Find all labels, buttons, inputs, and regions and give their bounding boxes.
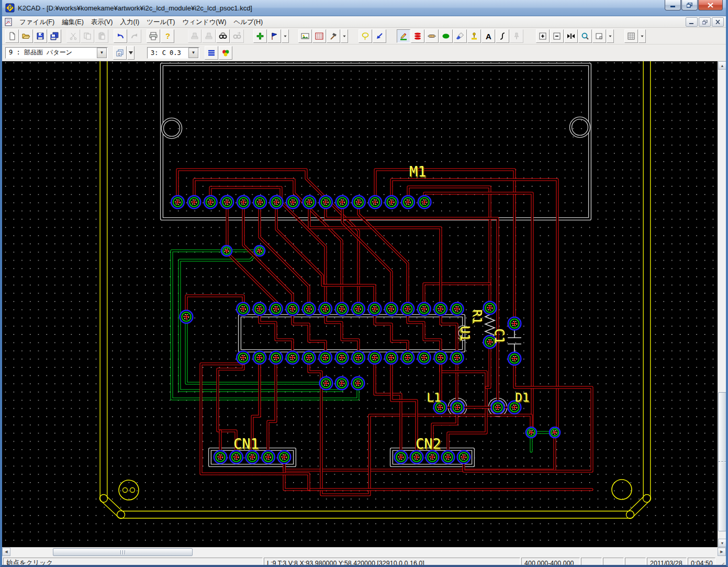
status-grid-range: 400.000-400.000 bbox=[521, 558, 580, 567]
hammer-icon bbox=[329, 32, 338, 40]
image-icon bbox=[301, 32, 309, 40]
pen-width-combobox-dropdown-icon[interactable]: ▼ bbox=[188, 48, 198, 58]
sheet-dropdown[interactable] bbox=[607, 29, 614, 43]
layer-combobox[interactable]: 9 : 部品面 パターン ▼ bbox=[5, 47, 108, 59]
arc-button[interactable] bbox=[496, 29, 509, 43]
save-icon bbox=[36, 32, 44, 40]
image-button[interactable] bbox=[298, 29, 312, 43]
menu-item-5[interactable]: ウィンドウ(W) bbox=[178, 17, 230, 27]
addpart-icon bbox=[256, 32, 264, 40]
paint-button[interactable] bbox=[453, 29, 467, 43]
vertical-scroll-thumb[interactable] bbox=[718, 392, 726, 531]
pen-width-combobox[interactable]: 3: C 0.3 ▼ bbox=[147, 47, 199, 59]
redo-button[interactable] bbox=[128, 29, 141, 43]
pin-button[interactable] bbox=[510, 29, 523, 43]
pads-icon bbox=[413, 32, 422, 40]
new-button[interactable] bbox=[5, 29, 19, 43]
findnext-icon bbox=[233, 32, 241, 40]
color-settings-button[interactable] bbox=[219, 46, 232, 60]
zoom-fit-button[interactable] bbox=[564, 29, 578, 43]
magnifier-icon bbox=[581, 32, 589, 40]
flag-icon bbox=[270, 32, 278, 40]
stamp-back-button[interactable] bbox=[202, 29, 216, 43]
scroll-down-button[interactable]: ▼ bbox=[718, 539, 726, 547]
help-button[interactable]: ? bbox=[161, 29, 174, 43]
find-next-button[interactable] bbox=[230, 29, 244, 43]
undo-button[interactable] bbox=[114, 29, 127, 43]
mdi-minimize-button[interactable] bbox=[686, 17, 698, 27]
scroll-up-button[interactable]: ▲ bbox=[718, 61, 726, 70]
copy-button[interactable] bbox=[81, 29, 94, 43]
vertical-scrollbar[interactable]: ▲ ▼ bbox=[718, 61, 726, 547]
pattern-draw-button[interactable] bbox=[397, 29, 410, 43]
save-all-button[interactable] bbox=[48, 29, 61, 43]
hammer-button[interactable] bbox=[327, 29, 340, 43]
line-style-button[interactable] bbox=[205, 46, 218, 60]
status-time: 0:04:50 bbox=[688, 558, 715, 567]
mdi-close-button[interactable] bbox=[712, 17, 724, 27]
menu-item-3[interactable]: 入力(I) bbox=[116, 17, 143, 27]
part-button[interactable] bbox=[425, 29, 439, 43]
menu-item-2[interactable]: 表示(V) bbox=[87, 17, 117, 27]
flag-dropdown[interactable] bbox=[282, 29, 289, 43]
zoom-out-button[interactable] bbox=[550, 29, 564, 43]
minimize-button[interactable] bbox=[665, 0, 681, 10]
close-button[interactable] bbox=[698, 0, 723, 10]
layer-combobox-dropdown-icon[interactable]: ▼ bbox=[97, 48, 107, 58]
help-icon: ? bbox=[163, 32, 172, 40]
drill-button[interactable] bbox=[467, 29, 481, 43]
menu-item-4[interactable]: ツール(T) bbox=[143, 17, 178, 27]
horizontal-scroll-thumb[interactable] bbox=[53, 548, 193, 556]
text-button[interactable]: A bbox=[481, 29, 495, 43]
scroll-right-button[interactable]: ▶ bbox=[718, 548, 726, 556]
find-button[interactable] bbox=[216, 29, 230, 43]
paste-icon bbox=[97, 32, 106, 40]
layer-stack-button[interactable]: 0 bbox=[113, 46, 127, 60]
pin-icon bbox=[512, 32, 521, 40]
open-button[interactable] bbox=[19, 29, 33, 43]
hammer-dropdown[interactable] bbox=[341, 29, 348, 43]
pick-arrow-button[interactable] bbox=[373, 29, 386, 43]
close-icon bbox=[708, 3, 713, 8]
pad-stack-button[interactable] bbox=[411, 29, 424, 43]
table-button[interactable] bbox=[312, 29, 326, 43]
zoomout-icon bbox=[553, 32, 561, 40]
paste-button[interactable] bbox=[95, 29, 108, 43]
lasso-button[interactable] bbox=[359, 29, 372, 43]
caret-down-icon bbox=[640, 32, 645, 40]
mdi-restore-button[interactable] bbox=[699, 17, 711, 27]
resize-grip-icon[interactable] bbox=[716, 558, 725, 567]
print-icon bbox=[149, 32, 158, 40]
magnifier-button[interactable] bbox=[578, 29, 592, 43]
save-button[interactable] bbox=[33, 29, 47, 43]
zoom-in-button[interactable] bbox=[536, 29, 550, 43]
fill-ellipse-button[interactable] bbox=[439, 29, 453, 43]
find-icon bbox=[219, 32, 227, 40]
grid-button[interactable] bbox=[624, 29, 638, 43]
restore-button[interactable] bbox=[681, 0, 698, 10]
layer-toolbar: 9 : 部品面 パターン ▼ 0 3: C 0.3 ▼ bbox=[2, 45, 726, 61]
menu-item-6[interactable]: ヘルプ(H) bbox=[230, 17, 266, 27]
menu-item-0[interactable]: ファイル(F) bbox=[16, 17, 58, 27]
part-icon bbox=[428, 32, 436, 40]
grid-dropdown[interactable] bbox=[639, 29, 646, 43]
menu-item-1[interactable]: 編集(E) bbox=[58, 17, 87, 27]
flag-button[interactable] bbox=[267, 29, 281, 43]
layer-stack-dropdown[interactable] bbox=[127, 46, 135, 60]
canvas-area: M1M1CN1CN1CN2CN2L1L1D1D1U1U1R1R1C1C1 ▲ ▼ bbox=[2, 61, 726, 547]
arrow-icon bbox=[375, 32, 384, 40]
stamp-front-button[interactable] bbox=[188, 29, 201, 43]
sheet-button[interactable] bbox=[592, 29, 606, 43]
caret-down-icon bbox=[342, 32, 347, 40]
add-part-button[interactable] bbox=[253, 29, 267, 43]
title-bar[interactable]: P K2CAD - [D:¥works¥komekame¥artwork¥i2c… bbox=[2, 0, 726, 16]
scroll-left-button[interactable]: ◀ bbox=[2, 548, 10, 556]
print-button[interactable] bbox=[147, 29, 160, 43]
pcb-canvas[interactable]: M1M1CN1CN1CN2CN2L1L1D1D1U1U1R1R1C1C1 bbox=[2, 61, 718, 547]
horizontal-scrollbar[interactable]: ◀ ▶ bbox=[2, 547, 726, 557]
line-style-icon bbox=[207, 49, 216, 57]
svg-text:P: P bbox=[8, 5, 12, 11]
cut-button[interactable] bbox=[66, 29, 80, 43]
window-title: K2CAD - [D:¥works¥komekame¥artwork¥i2c_l… bbox=[18, 4, 252, 12]
saveall-icon bbox=[50, 32, 59, 40]
